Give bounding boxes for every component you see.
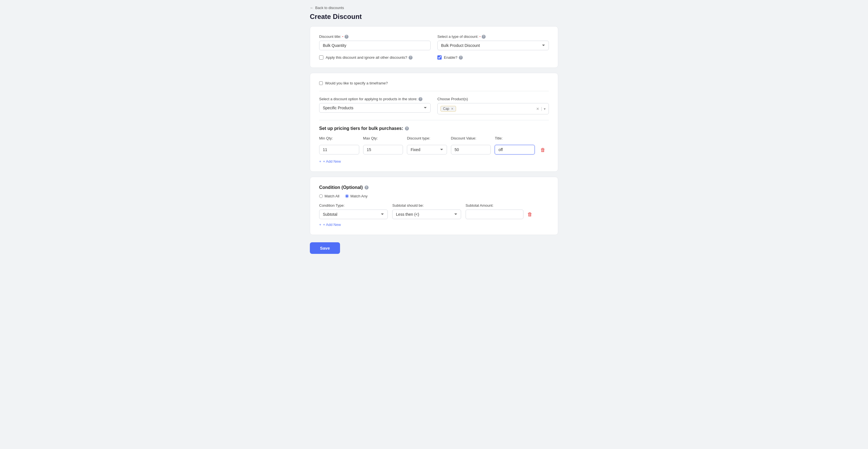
- discount-type-header: Discount type:: [407, 136, 447, 142]
- pricing-tiers-info-icon[interactable]: ?: [405, 126, 409, 130]
- condition-info-icon[interactable]: ?: [365, 185, 369, 189]
- discount-type-label: Select a type of discount: • ?: [437, 34, 549, 39]
- tag-clear-icon[interactable]: ✕: [536, 107, 539, 111]
- product-pricing-card: Would you like to specify a timeframe? S…: [310, 73, 558, 172]
- product-tag-input[interactable]: Cap ✕ ✕ | ▾: [437, 103, 549, 114]
- choose-products-label: Choose Product(s): [437, 97, 549, 101]
- discount-title-input[interactable]: [319, 41, 431, 50]
- discount-option-group: Select a discount option for applying to…: [319, 97, 431, 113]
- discount-title-info-icon[interactable]: ?: [345, 35, 348, 39]
- timeframe-row: Would you like to specify a timeframe?: [319, 81, 549, 85]
- pricing-tiers-title: Set up pricing tiers for bulk purchases:…: [319, 126, 549, 131]
- divider-2: [319, 120, 549, 120]
- choose-products-group: Choose Product(s) Cap ✕ ✕ | ▾: [437, 97, 549, 114]
- divider-1: [319, 91, 549, 91]
- add-new-condition-button[interactable]: + + Add New: [319, 222, 341, 227]
- match-all-option[interactable]: Match All: [319, 194, 339, 198]
- discount-type-tier-select[interactable]: Fixed Percentage: [407, 145, 447, 154]
- min-qty-input[interactable]: [319, 145, 359, 154]
- discount-type-select[interactable]: Bulk Product Discount Fixed Discount Per…: [437, 41, 549, 50]
- cap-tag-label: Cap: [443, 107, 449, 111]
- discount-type-group: Select a type of discount: • ? Bulk Prod…: [437, 34, 549, 50]
- condition-card: Condition (Optional) ? Match All Match A…: [310, 177, 558, 235]
- ignore-info-icon[interactable]: ?: [409, 56, 412, 60]
- product-selection-row: Select a discount option for applying to…: [319, 97, 549, 114]
- match-any-option[interactable]: Match Any: [345, 194, 368, 198]
- pricing-tiers-header: Min Qty: Max Qty: Discount type: Discoun…: [319, 136, 549, 142]
- delete-tier-button[interactable]: 🗑: [539, 145, 547, 155]
- subtotal-amount-group: Subtotal Amount: 🗑: [466, 203, 534, 219]
- pricing-tiers-section: Set up pricing tiers for bulk purchases:…: [319, 126, 549, 163]
- cap-tag: Cap ✕: [440, 106, 456, 112]
- tier-delete-cell: 🗑: [539, 144, 549, 155]
- tier-title-header: Title:: [495, 136, 535, 142]
- required-indicator: •: [342, 35, 343, 38]
- timeframe-checkbox[interactable]: [319, 81, 323, 85]
- discount-info-card: Discount title: • ? Select a type of dis…: [310, 26, 558, 68]
- subtotal-should-be-group: Subtotal should be: Less then (<) Greate…: [392, 203, 461, 219]
- tag-chevron-icon[interactable]: ▾: [544, 107, 546, 111]
- max-qty-input[interactable]: [363, 145, 403, 154]
- match-radio-group: Match All Match Any: [319, 194, 549, 198]
- condition-row: Condition Type: Subtotal Item Count Weig…: [319, 203, 549, 219]
- add-condition-icon: +: [319, 222, 321, 227]
- condition-type-select[interactable]: Subtotal Item Count Weight: [319, 210, 388, 219]
- condition-type-group: Condition Type: Subtotal Item Count Weig…: [319, 203, 388, 219]
- enable-label: Enable? ?: [444, 55, 463, 60]
- max-qty-cell: [363, 145, 403, 154]
- enable-checkbox-group: Enable? ?: [437, 52, 549, 60]
- ignore-discount-label: Apply this discount and ignore all other…: [326, 55, 412, 60]
- discount-value-header: Discount Value:: [451, 136, 491, 142]
- discount-value-input[interactable]: [451, 145, 491, 154]
- timeframe-label: Would you like to specify a timeframe?: [325, 81, 388, 85]
- save-button[interactable]: Save: [310, 242, 340, 254]
- condition-title: Condition (Optional) ?: [319, 185, 549, 190]
- subtotal-amount-label: Subtotal Amount:: [466, 203, 534, 208]
- page-title: Create Discount: [310, 13, 558, 21]
- tag-separator: |: [541, 107, 542, 111]
- condition-type-label: Condition Type:: [319, 203, 388, 208]
- subtotal-should-be-select[interactable]: Less then (<) Greater then (>) Equal to …: [392, 210, 461, 219]
- subtotal-amount-input[interactable]: [466, 210, 523, 219]
- add-tier-icon: +: [319, 159, 321, 163]
- min-qty-cell: [319, 145, 359, 154]
- discount-value-cell: [451, 145, 491, 154]
- back-to-discounts-link[interactable]: ← Back to discounts: [310, 6, 344, 10]
- discount-option-label: Select a discount option for applying to…: [319, 97, 431, 101]
- discount-title-label: Discount title: • ?: [319, 34, 431, 39]
- match-any-radio[interactable]: [345, 194, 349, 198]
- enable-info-icon[interactable]: ?: [459, 56, 463, 60]
- subtotal-should-be-label: Subtotal should be:: [392, 203, 461, 208]
- max-qty-header: Max Qty:: [363, 136, 403, 142]
- tier-title-input[interactable]: [495, 145, 535, 154]
- table-row: Fixed Percentage 🗑: [319, 144, 549, 155]
- type-required-indicator: •: [479, 35, 480, 38]
- cap-tag-remove[interactable]: ✕: [451, 107, 454, 111]
- back-link-label: Back to discounts: [315, 6, 344, 10]
- back-arrow-icon: ←: [310, 6, 313, 10]
- min-qty-header: Min Qty:: [319, 136, 359, 142]
- discount-option-info-icon[interactable]: ?: [418, 97, 423, 101]
- delete-condition-button[interactable]: 🗑: [526, 210, 534, 219]
- discount-option-select[interactable]: Specific Products All Products Product C…: [319, 103, 431, 113]
- tag-input-controls: ✕ | ▾: [536, 107, 546, 111]
- discount-title-group: Discount title: • ?: [319, 34, 431, 50]
- ignore-checkbox-group: Apply this discount and ignore all other…: [319, 52, 431, 60]
- ignore-discount-checkbox[interactable]: [319, 55, 323, 60]
- discount-type-info-icon[interactable]: ?: [482, 35, 486, 39]
- tier-title-cell: [495, 145, 535, 154]
- match-all-radio[interactable]: [319, 194, 323, 198]
- add-new-tier-button[interactable]: + + Add New: [319, 159, 341, 163]
- discount-type-cell: Fixed Percentage: [407, 145, 447, 154]
- enable-checkbox[interactable]: [437, 55, 442, 60]
